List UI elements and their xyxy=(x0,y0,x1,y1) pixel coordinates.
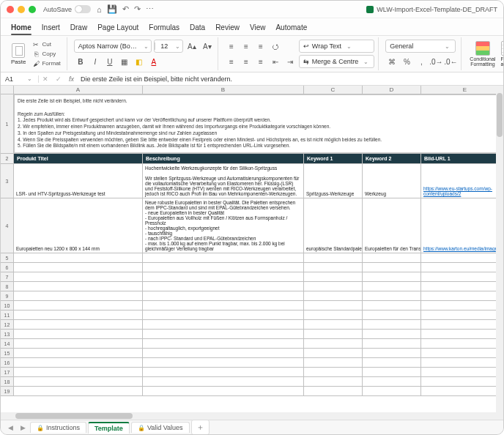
font-family-select[interactable]: Aptos Narrow (Bod... ⌄ xyxy=(74,40,152,53)
vertical-scrollbar[interactable] xyxy=(496,86,503,420)
cell[interactable] xyxy=(363,272,421,282)
table-header-cell[interactable]: Produkt Titel xyxy=(14,154,143,164)
formula-input[interactable]: Die erste Zeile ist ein Beispiel, bitte … xyxy=(78,75,503,83)
table-header-cell[interactable]: Bild-URL 1 xyxy=(421,154,503,164)
cell[interactable] xyxy=(421,339,503,349)
row-header[interactable]: 17 xyxy=(1,368,14,377)
paste-button[interactable]: Paste xyxy=(9,42,28,67)
name-box[interactable]: A1⌄ xyxy=(1,75,39,83)
cell[interactable] xyxy=(421,301,503,311)
bold-button[interactable]: B xyxy=(74,55,87,68)
cell[interactable] xyxy=(304,282,363,291)
cell[interactable] xyxy=(421,320,503,330)
cell[interactable] xyxy=(363,349,421,358)
tab-review[interactable]: Review xyxy=(215,21,240,35)
cell[interactable] xyxy=(14,358,143,368)
save-icon[interactable]: 💾 xyxy=(107,4,117,14)
cell[interactable] xyxy=(14,368,143,377)
cut-button[interactable]: ✂Cut xyxy=(30,40,62,49)
orientation-button[interactable]: ⭯ xyxy=(269,40,282,53)
cell[interactable] xyxy=(421,358,503,368)
cell[interactable]: Spritzguss-Werkzeuge xyxy=(304,164,363,198)
column-header[interactable]: E xyxy=(421,86,503,94)
tab-view[interactable]: View xyxy=(250,21,266,35)
row-header[interactable]: 3 xyxy=(1,164,14,198)
cell[interactable] xyxy=(304,339,363,349)
cell[interactable] xyxy=(421,272,503,282)
cell[interactable] xyxy=(143,311,304,320)
border-button[interactable]: ▦ xyxy=(118,55,131,68)
row-header[interactable]: 15 xyxy=(1,349,14,358)
cell[interactable] xyxy=(143,387,304,396)
align-center-button[interactable]: ≡ xyxy=(240,55,253,68)
sheet-nav-next-icon[interactable]: ▶ xyxy=(18,424,29,431)
cell[interactable] xyxy=(421,311,503,320)
wrap-text-button[interactable]: ↩Wrap Text⌄ xyxy=(299,40,375,53)
cell[interactable] xyxy=(421,253,503,263)
cell[interactable] xyxy=(14,330,143,339)
align-right-button[interactable]: ≡ xyxy=(254,55,267,68)
cell[interactable] xyxy=(363,339,421,349)
cell[interactable] xyxy=(143,358,304,368)
cell[interactable] xyxy=(14,291,143,301)
row-header[interactable]: 1 xyxy=(1,94,14,154)
row-header[interactable]: 11 xyxy=(1,311,14,320)
cell[interactable] xyxy=(304,320,363,330)
autosave-toggle[interactable]: AutoSave xyxy=(43,5,91,13)
fx-icon[interactable]: fx xyxy=(65,75,78,83)
cell[interactable] xyxy=(363,282,421,291)
merge-centre-button[interactable]: ⇆Merge & Centre⌄ xyxy=(299,55,375,68)
cell[interactable] xyxy=(363,377,421,387)
cell[interactable] xyxy=(363,320,421,330)
align-top-button[interactable]: ≡ xyxy=(225,40,238,53)
cell[interactable] xyxy=(14,301,143,311)
copy-button[interactable]: ⎘Copy xyxy=(30,50,62,59)
cell[interactable] xyxy=(14,311,143,320)
format-as-table-button[interactable]: Forma as Tab xyxy=(499,41,504,67)
cell[interactable] xyxy=(304,387,363,396)
cell[interactable] xyxy=(363,330,421,339)
row-header[interactable]: 14 xyxy=(1,339,14,349)
cell[interactable] xyxy=(421,330,503,339)
row-header[interactable]: 13 xyxy=(1,330,14,339)
close-window-icon[interactable] xyxy=(7,6,14,13)
tab-automate[interactable]: Automate xyxy=(275,21,307,35)
row-header[interactable]: 9 xyxy=(1,291,14,301)
scrollbar-thumb[interactable] xyxy=(497,93,503,137)
cell[interactable] xyxy=(143,272,304,282)
cell[interactable]: europäische Standardpalet xyxy=(304,198,363,253)
cell[interactable] xyxy=(304,358,363,368)
tab-home[interactable]: Home xyxy=(11,21,32,35)
align-middle-button[interactable]: ≡ xyxy=(240,40,253,53)
cell[interactable] xyxy=(143,368,304,377)
minimize-window-icon[interactable] xyxy=(18,6,25,13)
redo-icon[interactable]: ↷ xyxy=(134,4,141,14)
cell[interactable] xyxy=(143,282,304,291)
format-painter-button[interactable]: 🖌Format xyxy=(30,59,62,68)
align-left-button[interactable]: ≡ xyxy=(225,55,238,68)
cell[interactable] xyxy=(304,263,363,272)
column-header[interactable]: C xyxy=(304,86,363,94)
increase-decimal-button[interactable]: .0→ xyxy=(429,55,442,68)
instructions-cell[interactable]: Die erste Zeile ist ein Beispiel, bitte … xyxy=(14,94,503,154)
conditional-formatting-button[interactable]: Conditional Formatting xyxy=(468,41,497,67)
cells-area[interactable]: 1 Die erste Zeile ist ein Beispiel, bitt… xyxy=(1,94,503,396)
row-header[interactable]: 18 xyxy=(1,377,14,387)
increase-indent-button[interactable]: ⇥ xyxy=(284,55,297,68)
column-header[interactable]: D xyxy=(363,86,421,94)
tab-draw[interactable]: Draw xyxy=(70,21,87,35)
row-header[interactable]: 8 xyxy=(1,282,14,291)
sheet-tab-instructions[interactable]: 🔒Instructions xyxy=(30,422,86,433)
row-header[interactable]: 16 xyxy=(1,358,14,368)
cell[interactable] xyxy=(143,320,304,330)
tab-insert[interactable]: Insert xyxy=(42,21,60,35)
cell[interactable]: https://www.eu-startups.com/wp-content/u… xyxy=(421,164,503,198)
increase-font-button[interactable]: A▴ xyxy=(185,40,199,53)
cell[interactable] xyxy=(421,349,503,358)
cell[interactable] xyxy=(14,272,143,282)
cell[interactable]: Neue robuste Europaletten in bester Qual… xyxy=(143,198,304,253)
document-title[interactable]: WLW-Import-Excel-Template-DE_DRAFT xyxy=(366,6,497,13)
currency-button[interactable]: ⌘ xyxy=(385,55,399,68)
worksheet-grid[interactable]: A B C D E 1 Die erste Zeile ist ein Beis… xyxy=(1,86,503,420)
undo-icon[interactable]: ↶ xyxy=(122,4,129,14)
